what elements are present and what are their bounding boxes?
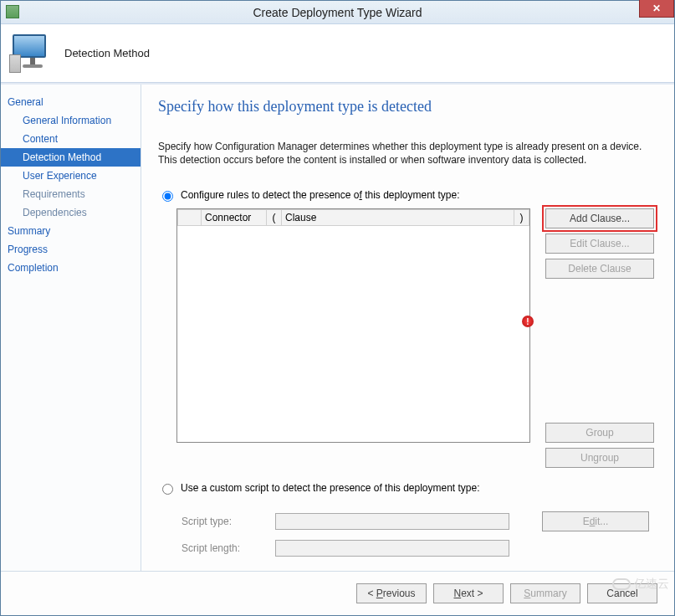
wizard-window: Create Deployment Type Wizard ✕ Detectio… [0,0,675,616]
col-close: ) [514,210,529,226]
edit-clause-button: Edit Clause... [545,234,654,254]
stage-title: Detection Method [64,47,150,59]
nav-requirements: Requirements [1,185,141,203]
computer-icon [13,34,53,73]
script-type-field [275,513,509,530]
script-length-field [275,540,509,557]
wizard-header: Detection Method [1,24,674,83]
app-icon [6,5,19,18]
wizard-body: General General Information Content Dete… [1,83,674,571]
title-bar: Create Deployment Type Wizard ✕ [1,1,674,24]
nav-general-information[interactable]: General Information [1,111,141,130]
nav-detection-method[interactable]: Detection Method [1,148,141,167]
script-length-label: Script length: [178,536,270,560]
next-button[interactable]: Next > [433,583,504,603]
main-panel: Specify how this deployment type is dete… [141,85,674,571]
add-clause-button[interactable]: Add Clause... [545,208,654,228]
script-edit-button: Edit... [542,511,649,531]
cloud-icon [612,578,631,590]
nav-dependencies: Dependencies [1,203,141,222]
rules-grid[interactable]: Connector ( Clause ) [176,208,530,443]
nav-content[interactable]: Content [1,130,141,148]
error-icon: ! [522,316,534,327]
delete-clause-button: Delete Clause [545,259,654,279]
summary-button: Summary [510,583,580,603]
watermark-text: 亿速云 [634,577,669,592]
nav-completion[interactable]: Completion [1,259,141,277]
radio-configure-rules-label[interactable]: Configure rules to detect the presence o… [181,189,460,201]
clause-buttons: Add Clause... Edit Clause... Delete Clau… [545,208,654,468]
radio-custom-script-row: Use a custom script to detect the presen… [158,481,654,495]
watermark: 亿速云 [612,577,669,592]
script-type-label: Script type: [178,508,270,535]
script-table: Script type: Edit... Script length: [176,506,654,562]
col-open: ( [267,210,282,226]
intro-text: Specify how Configuration Manager determ… [158,141,654,167]
previous-button[interactable]: < Previous [356,583,427,603]
nav-user-experience[interactable]: User Experience [1,167,141,185]
radio-configure-rules[interactable] [162,191,173,202]
radio-custom-script-label[interactable]: Use a custom script to detect the presen… [181,482,480,494]
nav-summary[interactable]: Summary [1,222,141,240]
wizard-footer: < Previous Next > Summary Cancel [1,571,674,615]
col-clause: Clause [282,210,514,226]
ungroup-button: Ungroup [545,448,654,468]
rules-area: Connector ( Clause ) ! Add Clause... Edi… [176,208,654,468]
radio-configure-rules-row: Configure rules to detect the presence o… [158,188,654,202]
nav-progress[interactable]: Progress [1,240,141,259]
nav-sidebar: General General Information Content Dete… [1,85,141,571]
window-title: Create Deployment Type Wizard [253,6,422,19]
group-button: Group [545,423,654,443]
col-connector: Connector [202,210,267,226]
nav-general[interactable]: General [1,93,141,111]
radio-custom-script[interactable] [162,484,173,495]
page-heading: Specify how this deployment type is dete… [158,98,654,116]
col-empty [178,210,202,226]
close-button[interactable]: ✕ [639,0,674,18]
